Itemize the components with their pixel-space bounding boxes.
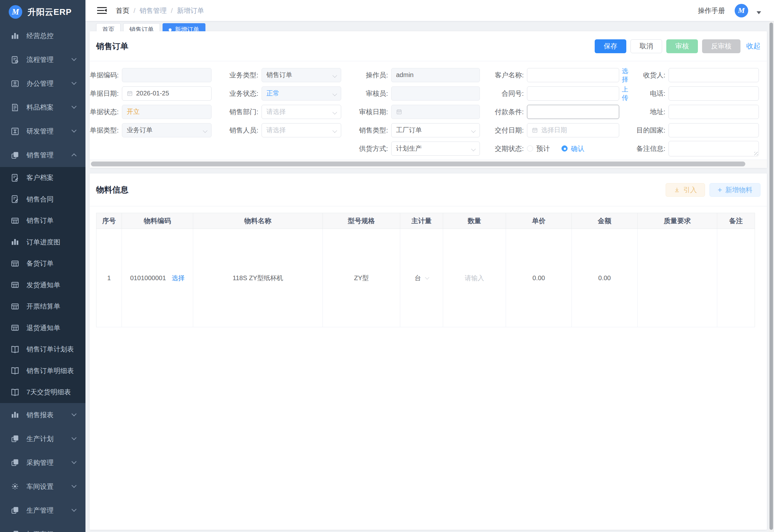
operator-label: 操作员:: [341, 66, 391, 84]
unit-select[interactable]: 台: [415, 274, 429, 282]
payment-terms-field[interactable]: [527, 105, 619, 119]
sidebar-item-stock-order[interactable]: 备货订单: [0, 253, 85, 274]
sidebar-item-sales-report[interactable]: 销售报表: [0, 403, 85, 427]
auditor-field[interactable]: [391, 86, 480, 101]
sidebar-item-order-detail-report[interactable]: 销售订单明细表: [0, 360, 85, 382]
sidebar-item-customer-archive[interactable]: 客户档案: [0, 167, 85, 189]
sidebar-item-7day-delivery-report[interactable]: 7天交货明细表: [0, 381, 85, 403]
audit-button[interactable]: 审核: [666, 39, 698, 53]
horizontal-scrollbar-thumb[interactable]: [91, 162, 745, 166]
cell-quality[interactable]: [638, 229, 717, 327]
import-button[interactable]: 引入: [666, 183, 705, 197]
sidebar-item-materials-archive[interactable]: 料品档案: [0, 95, 85, 119]
sidebar-item-sales[interactable]: 销售管理: [0, 143, 85, 167]
sidebar-item-production-plan[interactable]: 生产计划: [0, 427, 85, 451]
operator-field[interactable]: admin: [391, 68, 480, 82]
horizontal-scrollbar[interactable]: [90, 160, 767, 168]
sidebar-item-sales-contract[interactable]: 销售合同: [0, 189, 85, 210]
sidebar-item-workshop-settings[interactable]: 车间设置: [0, 475, 85, 498]
breadcrumb-section[interactable]: 销售管理: [140, 6, 167, 15]
sidebar-item-order-progress[interactable]: 订单进度图: [0, 232, 85, 253]
biz-status-label: 业务状态:: [212, 84, 262, 103]
material-select-link[interactable]: 选择: [172, 274, 185, 281]
download-icon: [674, 187, 680, 193]
resize-handle-icon[interactable]: [754, 152, 758, 155]
pages-icon: [11, 151, 19, 160]
phone-field[interactable]: [669, 86, 759, 101]
doc-date-field[interactable]: 2026-01-25: [122, 86, 212, 101]
flow-doc-icon: [11, 55, 19, 64]
tab-sales-order[interactable]: 销售订单: [123, 23, 160, 31]
address-field[interactable]: [669, 105, 759, 119]
sidebar-item-return-notice[interactable]: 退货通知单: [0, 317, 85, 339]
doc-status-field[interactable]: 开立: [122, 105, 212, 119]
chevron-down-icon: [332, 91, 337, 96]
contract-upload-link[interactable]: 上传: [622, 85, 630, 102]
tab-new-order[interactable]: 新增订单: [163, 23, 205, 31]
collapse-link[interactable]: 收起: [746, 41, 760, 51]
remark-textarea[interactable]: [669, 141, 759, 156]
sidebar-item-order-plan-report[interactable]: 销售订单计划表: [0, 339, 85, 360]
cell-price[interactable]: 0.00: [506, 229, 572, 327]
sales-type-select[interactable]: 工厂订单: [391, 123, 480, 137]
gear-icon: [11, 482, 19, 491]
save-button[interactable]: 保存: [595, 39, 626, 53]
materials-card: 物料信息 引入 +新增物料 序号 物料编码 物料名称 型号规格: [90, 173, 767, 530]
app-logo[interactable]: M 升阳云ERP: [0, 0, 85, 24]
doc-code-field[interactable]: [122, 68, 212, 82]
vertical-scrollbar-thumb[interactable]: [769, 23, 773, 530]
sales-submenu: 客户档案 销售合同 销售订单 订单进度图 备货订单 发货通知单 开票结算单 退: [0, 167, 85, 403]
cell-unit: 台: [400, 229, 443, 327]
contract-no-label: 合同号:: [480, 84, 527, 103]
sidebar-item-production-mgmt[interactable]: 生产管理: [0, 498, 85, 522]
customer-field[interactable]: [527, 68, 619, 82]
doc-type-select[interactable]: 业务订单: [122, 123, 212, 137]
col-spec: 型号规格: [323, 213, 400, 229]
sidebar-item-processing-workshop[interactable]: 加工车间: [0, 522, 85, 532]
unaudit-button[interactable]: 反审核: [702, 39, 740, 53]
chevron-down-icon: [471, 128, 476, 133]
contract-no-field[interactable]: [527, 86, 619, 101]
receiver-field[interactable]: [669, 68, 759, 82]
user-avatar[interactable]: M: [735, 4, 748, 17]
cancel-button[interactable]: 取消: [630, 39, 662, 53]
sidebar-item-dashboard[interactable]: 经营总控: [0, 24, 85, 48]
col-price: 单价: [506, 213, 572, 229]
dest-country-field[interactable]: [669, 123, 759, 137]
supply-mode-select[interactable]: 计划生产: [391, 142, 480, 156]
sidebar-item-shipping-notice[interactable]: 发货通知单: [0, 274, 85, 296]
sidebar-item-sales-order[interactable]: 销售订单: [0, 210, 85, 232]
user-menu-caret-icon[interactable]: [757, 11, 761, 14]
radio-estimate[interactable]: 预计: [527, 144, 550, 153]
sidebar-item-rd[interactable]: 研发管理: [0, 119, 85, 143]
breadcrumb: 首页 / 销售管理 / 新增订单: [116, 6, 204, 15]
materials-book-icon: [11, 103, 19, 112]
biz-status-select[interactable]: 正常: [262, 86, 341, 101]
vertical-scrollbar[interactable]: [769, 22, 774, 532]
sales-dept-select[interactable]: 请选择: [262, 105, 341, 119]
manual-link[interactable]: 操作手册: [698, 6, 725, 15]
biz-type-select[interactable]: 销售订单: [262, 68, 341, 82]
delivery-date-field[interactable]: 选择日期: [527, 123, 619, 137]
sales-person-select[interactable]: 请选择: [262, 123, 341, 137]
sidebar-item-purchasing[interactable]: 采购管理: [0, 451, 85, 475]
breadcrumb-home[interactable]: 首页: [116, 6, 129, 15]
qty-input[interactable]: 请输入: [465, 274, 484, 281]
cell-remark[interactable]: [717, 229, 755, 327]
tab-home[interactable]: 首页: [96, 23, 121, 31]
sidebar-collapse-icon[interactable]: [97, 7, 107, 15]
chevron-down-icon: [425, 275, 429, 280]
col-amount: 金额: [572, 213, 638, 229]
col-qty: 数量: [443, 213, 506, 229]
chart-bar-icon: [11, 410, 19, 419]
radio-confirm[interactable]: 确认: [561, 144, 584, 153]
app-title: 升阳云ERP: [27, 6, 72, 18]
doc-date-label: 单据日期:: [90, 84, 122, 103]
sidebar-item-office[interactable]: 办公管理: [0, 72, 85, 95]
add-material-button[interactable]: +新增物料: [709, 183, 760, 197]
audit-date-field[interactable]: [391, 105, 480, 119]
customer-select-link[interactable]: 选择: [622, 67, 630, 84]
sidebar-item-invoice-settlement[interactable]: 开票结算单: [0, 296, 85, 317]
biz-type-label: 业务类型:: [212, 66, 262, 84]
sidebar-item-process[interactable]: 流程管理: [0, 48, 85, 72]
